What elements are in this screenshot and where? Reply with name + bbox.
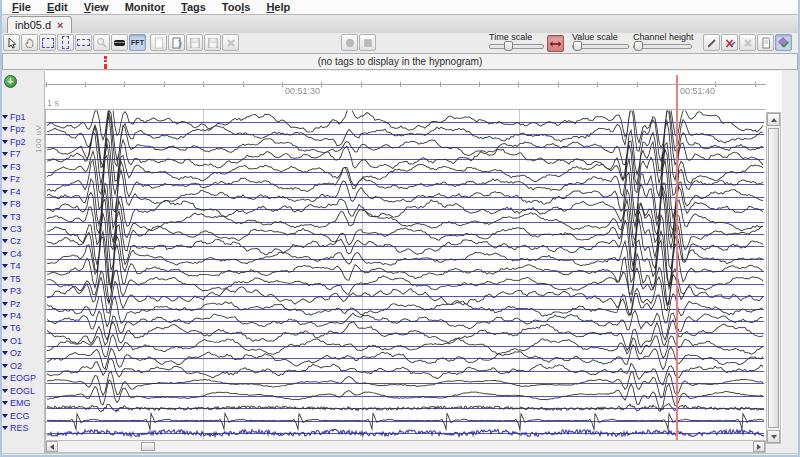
- menu-help[interactable]: Help: [258, 0, 298, 14]
- menu-view[interactable]: View: [76, 0, 117, 14]
- menu-edit[interactable]: Edit: [39, 0, 76, 14]
- time-scale-thumb[interactable]: [504, 41, 513, 51]
- channel-dropdown-icon[interactable]: [2, 215, 8, 219]
- channel-dropdown-icon[interactable]: [2, 190, 8, 194]
- channel-dropdown-icon[interactable]: [2, 264, 8, 268]
- channel-label-t4[interactable]: T4: [2, 261, 21, 271]
- channel-dropdown-icon[interactable]: [2, 177, 8, 181]
- zoom-rect-select-button[interactable]: [39, 34, 56, 51]
- save-as-button[interactable]: [204, 34, 221, 51]
- channel-dropdown-icon[interactable]: [2, 227, 8, 231]
- hand-tool-button[interactable]: [21, 34, 38, 51]
- channel-dropdown-icon[interactable]: [2, 302, 8, 306]
- delete-disabled-button[interactable]: [739, 34, 756, 51]
- channel-label-fp2[interactable]: Fp2: [2, 137, 26, 147]
- add-tag-button[interactable]: +: [4, 75, 17, 88]
- channel-dropdown-icon[interactable]: [2, 339, 8, 343]
- channel-label-pz[interactable]: Pz: [2, 299, 21, 309]
- channel-label-f7[interactable]: F7: [2, 149, 21, 159]
- channel-dropdown-icon[interactable]: [2, 314, 8, 318]
- channel-label-eogp[interactable]: EOGP: [2, 373, 36, 383]
- channel-label-c4[interactable]: C4: [2, 249, 22, 259]
- channel-label-ecg[interactable]: ECG: [2, 411, 30, 421]
- menu-tools[interactable]: Tools: [214, 0, 259, 14]
- channel-height-slider[interactable]: [633, 44, 692, 49]
- channel-label-cz[interactable]: Cz: [2, 236, 21, 246]
- menu-tags[interactable]: Tags: [173, 0, 214, 14]
- channel-label-f4[interactable]: F4: [2, 187, 21, 197]
- hypnogram-position-cursor[interactable]: [104, 56, 107, 69]
- scroll-right-button[interactable]: [753, 441, 765, 452]
- vertical-select-button[interactable]: [57, 34, 74, 51]
- channel-label-t6[interactable]: T6: [2, 323, 21, 333]
- channel-label-fpz[interactable]: Fpz: [2, 124, 25, 134]
- channel-label-c3[interactable]: C3: [2, 224, 22, 234]
- signal-canvas[interactable]: [45, 71, 766, 440]
- pen-tool-button[interactable]: [703, 34, 720, 51]
- channel-dropdown-icon[interactable]: [2, 115, 8, 119]
- channel-label-fz[interactable]: Fz: [2, 174, 20, 184]
- erase-tag-button[interactable]: [721, 34, 738, 51]
- channel-label-emg[interactable]: EMG: [2, 398, 31, 408]
- save-button[interactable]: [186, 34, 203, 51]
- time-scale-slider[interactable]: [489, 44, 544, 49]
- menu-monitor[interactable]: Monitor: [117, 0, 173, 14]
- channel-dropdown-icon[interactable]: [2, 165, 8, 169]
- events-toggle-button[interactable]: [775, 34, 792, 51]
- channel-dropdown-icon[interactable]: [2, 277, 8, 281]
- channel-label-o1[interactable]: O1: [2, 336, 22, 346]
- channel-dropdown-icon[interactable]: [2, 426, 8, 430]
- value-scale-thumb[interactable]: [573, 41, 582, 51]
- menu-file[interactable]: File: [4, 0, 39, 14]
- channel-dropdown-icon[interactable]: [2, 389, 8, 393]
- channel-dropdown-icon[interactable]: [2, 414, 8, 418]
- channel-dropdown-icon[interactable]: [2, 127, 8, 131]
- channel-label-f8[interactable]: F8: [2, 199, 21, 209]
- value-scale-slider[interactable]: [572, 44, 629, 49]
- document-tool-button[interactable]: [757, 34, 774, 51]
- new-view-button[interactable]: [150, 34, 167, 51]
- channel-label-fp1[interactable]: Fp1: [2, 112, 26, 122]
- scroll-down-button[interactable]: [767, 430, 780, 443]
- channel-label-f3[interactable]: F3: [2, 162, 21, 172]
- channel-dropdown-icon[interactable]: [2, 140, 8, 144]
- vertical-scrollbar[interactable]: [766, 112, 781, 444]
- duplicate-view-button[interactable]: [168, 34, 185, 51]
- channel-dropdown-icon[interactable]: [2, 401, 8, 405]
- scroll-up-button[interactable]: [767, 113, 780, 126]
- channel-dropdown-icon[interactable]: [2, 202, 8, 206]
- channel-height-thumb[interactable]: [634, 41, 643, 51]
- channel-label-oz[interactable]: Oz: [2, 348, 22, 358]
- scroll-left-button[interactable]: [46, 441, 58, 452]
- vertical-scroll-thumb[interactable]: [768, 128, 779, 428]
- channel-dropdown-icon[interactable]: [2, 351, 8, 355]
- channel-label-p3[interactable]: P3: [2, 286, 21, 296]
- channel-label-o2[interactable]: O2: [2, 361, 22, 371]
- pointer-tool-button[interactable]: [3, 34, 20, 51]
- tab-close-icon[interactable]: ×: [57, 20, 63, 30]
- channel-dropdown-icon[interactable]: [2, 364, 8, 368]
- record-button[interactable]: [341, 34, 358, 51]
- channel-label-res[interactable]: RES: [2, 423, 29, 433]
- channel-label-t5[interactable]: T5: [2, 274, 21, 284]
- horizontal-scrollbar[interactable]: [45, 440, 766, 453]
- channel-dropdown-icon[interactable]: [2, 326, 8, 330]
- fft-button[interactable]: FFT: [129, 34, 146, 51]
- magnifier-button[interactable]: [93, 34, 110, 51]
- channel-dropdown-icon[interactable]: [2, 376, 8, 380]
- fit-width-button[interactable]: [547, 35, 564, 52]
- channel-dropdown-icon[interactable]: [2, 252, 8, 256]
- signal-position-cursor[interactable]: [676, 75, 678, 440]
- channel-dropdown-icon[interactable]: [2, 289, 8, 293]
- close-view-button[interactable]: [222, 34, 239, 51]
- horizontal-scroll-thumb[interactable]: [141, 442, 155, 451]
- channel-dropdown-icon[interactable]: [2, 152, 8, 156]
- tab-inb05[interactable]: inb05.d ×: [7, 16, 72, 33]
- channel-label-t3[interactable]: T3: [2, 212, 21, 222]
- horizontal-select-button[interactable]: [75, 34, 92, 51]
- channel-label-eogl[interactable]: EOGL: [2, 386, 35, 396]
- channel-label-p4[interactable]: P4: [2, 311, 21, 321]
- calibration-button[interactable]: [111, 34, 128, 51]
- stop-button[interactable]: [359, 34, 376, 51]
- channel-dropdown-icon[interactable]: [2, 239, 8, 243]
